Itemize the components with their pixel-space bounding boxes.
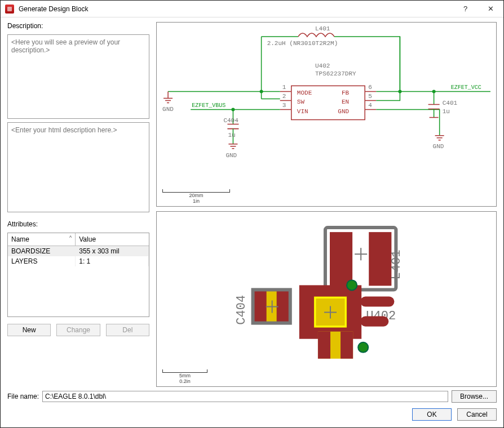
svg-text:MODE: MODE	[297, 90, 312, 96]
svg-text:6: 6	[368, 84, 372, 91]
svg-text:U402: U402	[315, 63, 330, 69]
change-button[interactable]: Change	[56, 324, 100, 336]
window-title: Generate Design Block	[19, 5, 453, 13]
svg-point-17	[231, 108, 235, 112]
dialog-body: Description: Attributes: Name ^ Value	[1, 17, 503, 427]
app-icon	[5, 5, 14, 14]
help-button[interactable]: ?	[453, 1, 478, 17]
footer-buttons: OK Cancel	[7, 408, 497, 421]
svg-text:EZFET_VCC: EZFET_VCC	[451, 84, 481, 91]
svg-text:GND: GND	[162, 106, 174, 113]
description-preview	[7, 34, 149, 119]
svg-rect-31	[330, 232, 352, 286]
svg-rect-51	[341, 331, 353, 358]
table-row[interactable]: BOARDSIZE 355 x 303 mil	[8, 246, 149, 257]
file-row: File name: Browse...	[7, 390, 497, 403]
svg-point-25	[432, 90, 436, 93]
svg-text:GND: GND	[338, 108, 349, 115]
schematic-scale: 20mm 1in	[162, 189, 230, 204]
layout-scale: 5mm 0.2in	[162, 369, 207, 384]
svg-text:3: 3	[282, 102, 286, 109]
svg-text:EZFET_VBUS: EZFET_VBUS	[192, 102, 226, 109]
svg-text:5: 5	[368, 93, 372, 100]
svg-text:1u: 1u	[443, 108, 450, 115]
svg-text:C401: C401	[443, 100, 458, 106]
svg-rect-55	[360, 316, 388, 326]
titlebar: Generate Design Block ? ✕	[1, 1, 503, 17]
close-button[interactable]: ✕	[478, 1, 503, 17]
schematic-svg: .w{stroke:#159a25;stroke-width:1.5;fill:…	[157, 23, 496, 198]
svg-text:C404: C404	[223, 117, 238, 124]
svg-text:GND: GND	[226, 152, 237, 159]
file-name-label: File name:	[7, 393, 39, 400]
main-split: Description: Attributes: Name ^ Value	[7, 22, 497, 387]
svg-text:C404: C404	[235, 295, 249, 324]
del-button[interactable]: Del	[106, 324, 149, 336]
layout-preview: .cp{fill:#9a2a2a} .sm{fill:#e2c300} .sl{…	[156, 211, 497, 387]
schematic-preview: .w{stroke:#159a25;stroke-width:1.5;fill:…	[156, 22, 497, 207]
svg-point-53	[358, 342, 368, 353]
svg-text:2.2uH (NR3010T2R2M): 2.2uH (NR3010T2R2M)	[267, 40, 338, 47]
right-column: .w{stroke:#159a25;stroke-width:1.5;fill:…	[156, 22, 497, 387]
svg-rect-54	[360, 296, 394, 306]
svg-rect-37	[254, 291, 267, 322]
svg-point-24	[398, 90, 401, 93]
svg-text:EN: EN	[342, 99, 349, 105]
file-path-input[interactable]	[42, 391, 448, 402]
svg-rect-50	[318, 331, 330, 358]
new-button[interactable]: New	[7, 324, 51, 336]
svg-point-18	[260, 90, 263, 93]
svg-text:4: 4	[368, 102, 372, 109]
svg-text:TPS62237DRY: TPS62237DRY	[315, 70, 356, 77]
attributes-label: Attributes:	[7, 220, 149, 228]
svg-text:FB: FB	[342, 90, 350, 96]
col-value-header[interactable]: Value	[76, 233, 149, 246]
sort-caret-icon: ^	[69, 235, 72, 240]
svg-text:VIN: VIN	[297, 108, 308, 115]
col-name-header[interactable]: Name	[11, 235, 29, 243]
attributes-table[interactable]: Name ^ Value BOARDSIZE 355 x 303 mil	[7, 233, 149, 317]
ok-button[interactable]: OK	[412, 408, 452, 421]
svg-rect-32	[369, 232, 391, 286]
description-input[interactable]	[7, 122, 149, 212]
svg-text:1u: 1u	[228, 132, 235, 139]
left-column: Description: Attributes: Name ^ Value	[7, 22, 149, 387]
table-row[interactable]: LAYERS 1: 1	[8, 256, 149, 266]
svg-rect-38	[277, 291, 289, 322]
browse-button[interactable]: Browse...	[452, 390, 497, 403]
svg-text:GND: GND	[433, 143, 444, 150]
svg-text:1: 1	[282, 84, 286, 91]
svg-text:SW: SW	[297, 99, 305, 105]
dialog-window: Generate Design Block ? ✕ Description: A…	[0, 0, 504, 428]
layout-svg: .cp{fill:#9a2a2a} .sm{fill:#e2c300} .sl{…	[157, 212, 496, 376]
svg-text:L401: L401	[390, 249, 404, 279]
cancel-button[interactable]: Cancel	[457, 408, 497, 421]
svg-text:L401: L401	[315, 25, 330, 32]
svg-point-52	[347, 280, 357, 290]
description-label: Description:	[7, 22, 149, 30]
attr-button-row: New Change Del	[7, 324, 149, 336]
svg-text:2: 2	[282, 93, 286, 100]
